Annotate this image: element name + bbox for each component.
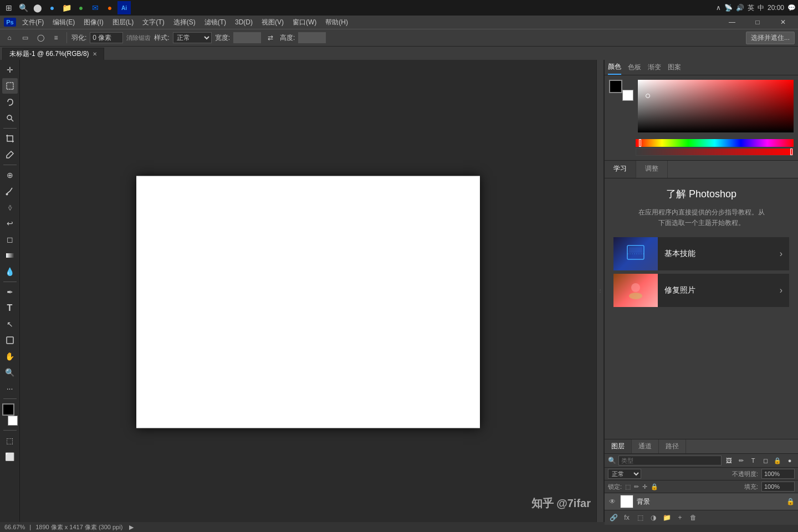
explorer-icon[interactable]: 📁 bbox=[60, 1, 73, 14]
tab-adjust[interactable]: 调整 bbox=[636, 161, 668, 178]
extra-tools[interactable]: ··· bbox=[2, 381, 18, 396]
foreground-color[interactable] bbox=[2, 403, 14, 416]
menu-type[interactable]: 文字(T) bbox=[138, 16, 168, 29]
tab-learn[interactable]: 学习 bbox=[605, 161, 636, 178]
document-tab[interactable]: 未标题-1 @ 66.7%(RGB/8) ✕ bbox=[2, 48, 104, 60]
heal-tool[interactable]: ⊕ bbox=[2, 167, 18, 183]
lock-position-icon[interactable]: ✏ bbox=[634, 483, 639, 490]
brush-tool[interactable] bbox=[2, 183, 18, 199]
lock-all-icon[interactable]: 🔒 bbox=[651, 483, 658, 490]
style-select[interactable]: 正常 bbox=[173, 32, 212, 43]
layer-adjustment-icon[interactable]: ◻ bbox=[760, 456, 770, 466]
layer-add-icon[interactable]: + bbox=[674, 512, 686, 523]
tab-pattern[interactable]: 图案 bbox=[668, 60, 681, 74]
tab-layers[interactable]: 图层 bbox=[605, 439, 632, 453]
layers-search-input[interactable] bbox=[618, 456, 722, 466]
photoshop-taskbar-icon[interactable]: Ai bbox=[117, 1, 131, 14]
hand-tool[interactable]: ✋ bbox=[2, 349, 18, 364]
gradient-tool[interactable] bbox=[2, 248, 18, 263]
alpha-strip[interactable] bbox=[636, 148, 794, 156]
tab-gradient[interactable]: 渐变 bbox=[648, 60, 661, 74]
home-icon[interactable]: ⌂ bbox=[3, 32, 16, 44]
menu-view[interactable]: 视图(V) bbox=[257, 16, 288, 29]
feather-input[interactable] bbox=[90, 32, 123, 43]
tab-swatches[interactable]: 色板 bbox=[628, 60, 641, 74]
eyedropper-tool[interactable] bbox=[2, 147, 18, 162]
quick-select-tool[interactable] bbox=[2, 110, 18, 126]
tab-paths[interactable]: 路径 bbox=[659, 439, 686, 453]
tab-color[interactable]: 颜色 bbox=[608, 60, 621, 75]
crop-tool[interactable] bbox=[2, 131, 18, 146]
firefox-icon[interactable]: ● bbox=[103, 1, 116, 14]
menu-filter[interactable]: 滤镜(T) bbox=[200, 16, 231, 29]
marquee-ellipse-icon[interactable]: ◯ bbox=[34, 32, 47, 44]
blur-tool[interactable]: 💧 bbox=[2, 264, 18, 279]
lasso-tool[interactable] bbox=[2, 94, 18, 110]
mail-icon[interactable]: ✉ bbox=[89, 1, 102, 14]
quick-mask-icon[interactable]: ⬚ bbox=[2, 433, 18, 448]
layer-row-background[interactable]: 👁 背景 🔒 bbox=[605, 493, 798, 510]
move-tool[interactable]: ✛ bbox=[2, 62, 18, 78]
menu-3d[interactable]: 3D(D) bbox=[231, 16, 257, 29]
layer-text-icon[interactable]: T bbox=[748, 456, 758, 466]
path-select-tool[interactable]: ↖ bbox=[2, 316, 18, 332]
screen-mode-icon[interactable]: ⬜ bbox=[2, 449, 18, 464]
menu-select[interactable]: 选择(S) bbox=[169, 16, 200, 29]
menu-help[interactable]: 帮助(H) bbox=[321, 16, 352, 29]
layer-visibility-icon[interactable]: 👁 bbox=[608, 497, 617, 506]
marquee-single-row-icon[interactable]: ≡ bbox=[50, 32, 62, 44]
tab-channels[interactable]: 通道 bbox=[632, 439, 659, 453]
background-swatch[interactable] bbox=[622, 90, 633, 101]
minimize-button[interactable]: — bbox=[719, 16, 745, 29]
color-gradient-field[interactable] bbox=[638, 80, 794, 132]
layer-adjustment-add-icon[interactable]: ◑ bbox=[648, 512, 659, 523]
tutorial-basic[interactable]: 基本技能 › bbox=[613, 237, 789, 270]
start-icon[interactable]: ⊞ bbox=[2, 1, 16, 14]
ime-english[interactable]: 英 bbox=[748, 3, 754, 13]
close-button[interactable]: ✕ bbox=[770, 16, 796, 29]
width-input[interactable] bbox=[233, 32, 261, 43]
ime-lang[interactable]: 中 bbox=[758, 3, 764, 13]
menu-window[interactable]: 窗口(W) bbox=[288, 16, 321, 29]
shape-tool[interactable] bbox=[2, 332, 18, 348]
eraser-tool[interactable]: ◻ bbox=[2, 232, 18, 247]
search-icon[interactable]: 🔍 bbox=[17, 1, 30, 14]
layer-delete-icon[interactable]: 🗑 bbox=[688, 512, 699, 523]
menu-image[interactable]: 图像(I) bbox=[79, 16, 108, 29]
swap-dimensions-icon[interactable]: ⇄ bbox=[264, 32, 277, 44]
height-input[interactable] bbox=[298, 32, 326, 43]
layer-link-icon[interactable]: 🔗 bbox=[608, 512, 619, 523]
layer-edit-icon[interactable]: ✏ bbox=[736, 456, 746, 466]
edge-icon[interactable]: ● bbox=[45, 1, 59, 14]
menu-file[interactable]: 文件(F) bbox=[18, 16, 48, 29]
blend-mode-select[interactable]: 正常 bbox=[608, 469, 641, 479]
zoom-tool[interactable]: 🔍 bbox=[2, 365, 18, 380]
clone-stamp-tool[interactable]: ⎀ bbox=[2, 200, 18, 215]
pen-tool[interactable]: ✒ bbox=[2, 284, 18, 300]
layer-active-icon[interactable]: ● bbox=[785, 456, 795, 466]
chrome-icon[interactable]: ● bbox=[74, 1, 88, 14]
layer-smart-icon[interactable]: 🔒 bbox=[773, 456, 782, 466]
opacity-input[interactable] bbox=[761, 469, 795, 479]
maximize-button[interactable]: □ bbox=[745, 16, 770, 29]
menu-layer[interactable]: 图层(L) bbox=[108, 16, 139, 29]
layer-fx-icon[interactable]: fx bbox=[621, 512, 632, 523]
hue-strip[interactable] bbox=[636, 139, 794, 147]
lock-artboard-icon[interactable]: ✛ bbox=[642, 483, 647, 490]
panel-collapse-handle[interactable]: ⋮ bbox=[596, 60, 604, 522]
layer-kind-icon[interactable]: 🖼 bbox=[724, 456, 734, 466]
select-mask-button[interactable]: 选择并遮住... bbox=[746, 32, 795, 44]
layer-group-icon[interactable]: 📁 bbox=[661, 512, 672, 523]
marquee-tool[interactable] bbox=[2, 78, 18, 94]
layer-mask-icon[interactable]: ⬚ bbox=[635, 512, 646, 523]
history-brush-tool[interactable]: ↩ bbox=[2, 216, 18, 231]
notification-icon[interactable]: 💬 bbox=[787, 4, 796, 12]
background-color[interactable] bbox=[8, 416, 18, 426]
menu-edit[interactable]: 编辑(E) bbox=[48, 16, 79, 29]
fill-input[interactable] bbox=[761, 482, 795, 492]
clear-button[interactable]: 消除锯齿 bbox=[126, 34, 151, 42]
type-tool[interactable]: T bbox=[2, 300, 18, 316]
tutorial-repair[interactable]: 修复照片 › bbox=[613, 274, 789, 307]
lock-pixels-icon[interactable]: ⬚ bbox=[625, 483, 631, 490]
tab-close-icon[interactable]: ✕ bbox=[93, 51, 97, 57]
